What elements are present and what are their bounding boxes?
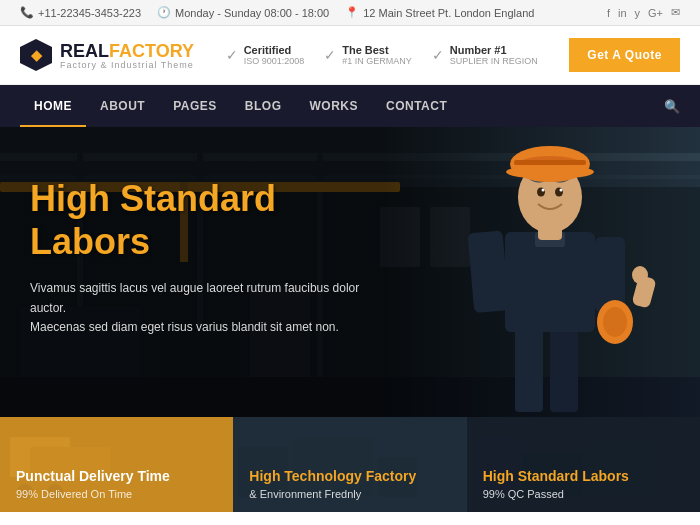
- svg-rect-19: [467, 230, 509, 313]
- nav-links: HOME ABOUT PAGES BLOG WORKS CONTACT: [20, 85, 461, 127]
- worker-svg: [430, 132, 670, 417]
- check-icon-2: ✓: [324, 47, 336, 63]
- card-3-content: High Standard Labors 99% QC Passed: [483, 468, 684, 500]
- nav-about[interactable]: ABOUT: [86, 85, 159, 127]
- svg-rect-20: [595, 237, 625, 312]
- twitter-link[interactable]: in: [618, 7, 627, 19]
- hero-subtitle-line2: Maecenas sed diam eget risus varius blan…: [30, 320, 339, 334]
- card-technology[interactable]: High Technology Factory & Environment Fr…: [233, 417, 466, 512]
- check-icon-1: ✓: [226, 47, 238, 63]
- worker-figure-container: [420, 127, 680, 417]
- badge-certified: ✓ Ceritified ISO 9001:2008: [226, 44, 305, 66]
- logo: ◆ REALFACTORY Factory & Industrial Theme: [20, 39, 194, 71]
- nav-pages[interactable]: PAGES: [159, 85, 231, 127]
- map-icon: 📍: [345, 6, 359, 19]
- get-quote-button[interactable]: Get A Quote: [569, 38, 680, 72]
- svg-rect-15: [515, 322, 543, 412]
- phone-number: +11-22345-3453-223: [38, 7, 141, 19]
- card-1-title: Punctual Delivery Time: [16, 468, 217, 484]
- card-3-sub: 99% QC Passed: [483, 488, 684, 500]
- card-1-content: Punctual Delivery Time 99% Delivered On …: [16, 468, 217, 500]
- svg-point-24: [632, 266, 648, 284]
- badge-number1: ✓ Number #1 SUPLIER IN REGION: [432, 44, 538, 66]
- card-2-sub: & Environment Frednly: [249, 488, 450, 500]
- svg-point-22: [603, 307, 627, 337]
- nav-works[interactable]: WORKS: [295, 85, 372, 127]
- linkedin-link[interactable]: y: [635, 7, 641, 19]
- top-bar-contact: 📞 +11-22345-3453-223 🕐 Monday - Sunday 0…: [20, 6, 534, 19]
- business-hours: Monday - Sunday 08:00 - 18:00: [175, 7, 329, 19]
- main-nav: HOME ABOUT PAGES BLOG WORKS CONTACT 🔍: [0, 85, 700, 127]
- googleplus-link[interactable]: G+: [648, 7, 663, 19]
- clock-icon: 🕐: [157, 6, 171, 19]
- nav-blog[interactable]: BLOG: [231, 85, 296, 127]
- top-bar: 📞 +11-22345-3453-223 🕐 Monday - Sunday 0…: [0, 0, 700, 26]
- hero-subtitle: Vivamus sagittis lacus vel augue laoreet…: [30, 279, 370, 337]
- hero-title: High Standard Labors: [30, 177, 390, 263]
- logo-subtitle: Factory & Industrial Theme: [60, 60, 194, 70]
- svg-rect-38: [514, 160, 586, 165]
- card-2-content: High Technology Factory & Environment Fr…: [249, 468, 450, 500]
- header-badges: ✓ Ceritified ISO 9001:2008 ✓ The Best #1…: [226, 44, 538, 66]
- svg-point-29: [542, 189, 545, 192]
- address-item: 📍 12 Main Street Pt. London England: [345, 6, 534, 19]
- logo-icon: ◆: [20, 39, 52, 71]
- svg-point-30: [560, 189, 563, 192]
- logo-name: REALFACTORY: [60, 41, 194, 62]
- nav-contact[interactable]: CONTACT: [372, 85, 461, 127]
- card-labors[interactable]: High Standard Labors 99% QC Passed: [467, 417, 700, 512]
- facebook-link[interactable]: f: [607, 7, 610, 19]
- hero-subtitle-line1: Vivamus sagittis lacus vel augue laoreet…: [30, 281, 359, 314]
- hero-content: High Standard Labors Vivamus sagittis la…: [0, 127, 420, 367]
- address-text: 12 Main Street Pt. London England: [363, 7, 534, 19]
- phone-item: 📞 +11-22345-3453-223: [20, 6, 141, 19]
- social-links: f in y G+ ✉: [607, 6, 680, 19]
- hero-section: High Standard Labors Vivamus sagittis la…: [0, 127, 700, 417]
- card-2-title: High Technology Factory: [249, 468, 450, 484]
- nav-home[interactable]: HOME: [20, 85, 86, 127]
- search-icon[interactable]: 🔍: [664, 99, 680, 114]
- badge-best: ✓ The Best #1 IN GERMANY: [324, 44, 412, 66]
- card-delivery[interactable]: Punctual Delivery Time 99% Delivered On …: [0, 417, 233, 512]
- card-1-sub: 99% Delivered On Time: [16, 488, 217, 500]
- svg-point-37: [506, 165, 594, 179]
- card-3-title: High Standard Labors: [483, 468, 684, 484]
- hours-item: 🕐 Monday - Sunday 08:00 - 18:00: [157, 6, 329, 19]
- check-icon-3: ✓: [432, 47, 444, 63]
- phone-icon: 📞: [20, 6, 34, 19]
- feature-cards: Punctual Delivery Time 99% Delivered On …: [0, 417, 700, 512]
- site-header: ◆ REALFACTORY Factory & Industrial Theme…: [0, 26, 700, 85]
- svg-rect-16: [550, 322, 578, 412]
- logo-text-wrapper: REALFACTORY Factory & Industrial Theme: [60, 41, 194, 70]
- email-link[interactable]: ✉: [671, 6, 680, 19]
